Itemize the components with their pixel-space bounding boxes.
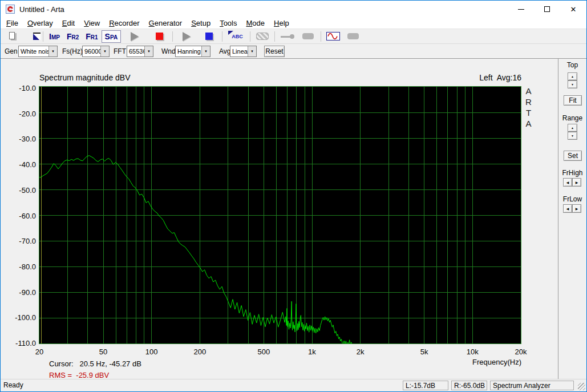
x-axis-tick-label: 20 [21,347,58,356]
field-label-fshz: Fs(Hz) [62,47,83,55]
abc-label-icon: ABC [229,34,243,39]
menu-item-setup[interactable]: Setup [187,18,215,29]
right-arrow-icon: ▶ [576,207,578,211]
mode-button-spa[interactable]: SPA [102,30,122,43]
x-axis-tick-label: 500 [245,347,282,356]
status-message: Ready [3,381,23,389]
fit-button[interactable]: Fit [564,95,582,106]
device-button [343,30,363,43]
x-axis-label: Frequency(Hz) [472,358,521,366]
combo-gen[interactable]: White noise▼ [18,46,58,57]
maximize-button[interactable] [534,1,560,18]
chart-title: Spectrum magnitude dBV [39,73,131,82]
y-axis-tick-label: -70.0 [1,237,36,245]
field-label-wnd: Wnd [161,47,176,55]
gray-pill-icon [347,33,359,39]
mode-button-imp[interactable]: IMP [46,30,63,43]
mode-button-fr2[interactable]: FR2 [63,30,82,43]
status-panel: Spectrum Analyzer [490,381,574,390]
menu-item-recorder[interactable]: Recorder [104,18,144,29]
frlow-left-button[interactable]: ◀ [563,204,572,213]
level-meter-button [298,30,318,43]
range-down-button[interactable]: ▼ [568,132,577,140]
range-up-button[interactable]: ▲ [568,124,577,132]
striped-disabled-icon [256,33,269,40]
mode-button-fr1[interactable]: FR1 [82,30,101,43]
x-axis-tick-label: 2k [342,347,379,356]
channel-average-info: Left Avg:16 [479,73,521,82]
frlow-right-button[interactable]: ▶ [572,204,581,213]
cursor-readout: Cursor: 20.5 Hz, -45.27 dB [49,359,141,368]
dropdown-arrow-icon[interactable]: ▼ [144,46,153,56]
top-up-button[interactable]: ▲ [568,72,577,80]
up-arrow-icon: ▲ [571,126,574,130]
frlow-label: FrLow [558,195,586,203]
x-axis-tick-label: 1k [294,347,330,356]
minimize-icon [518,9,524,10]
combo-fshz[interactable]: 96000▼ [82,46,110,57]
y-axis-tick-label: -50.0 [1,186,36,195]
menu-item-view[interactable]: View [79,18,104,29]
y-axis-tick-label: -60.0 [1,212,36,220]
overlay-button[interactable] [20,30,41,43]
record-icon [156,33,163,40]
minimize-button[interactable] [508,1,534,18]
y-axis-tick-label: -110.0 [1,339,36,347]
signal-generator-button[interactable] [323,30,343,43]
toolbar-separator [274,31,275,42]
resize-grip[interactable] [578,383,585,390]
x-axis-tick-label: 20k [503,347,539,356]
combo-avg[interactable]: Linear▼ [230,46,257,57]
menu-item-file[interactable]: File [2,18,23,29]
x-axis-tick-label: 200 [181,347,218,356]
plot-area[interactable] [39,86,521,344]
menu-item-edit[interactable]: Edit [58,18,79,29]
stop-icon [205,33,213,40]
plot-controls-sidebar: Top ▲ ▼ Fit Range ▲ ▼ Set FrHigh ◀ ▶ FrL… [558,59,586,379]
combo-fft[interactable]: 65536▼ [127,46,153,57]
window-title: Untitled - Arta [19,5,64,14]
set-button[interactable]: Set [564,151,582,161]
y-axis-tick-label: -30.0 [1,135,36,143]
down-arrow-icon: ▼ [571,134,574,138]
dropdown-arrow-icon[interactable]: ▼ [48,46,57,56]
x-axis-tick-label: 10k [454,347,491,356]
frhigh-right-button[interactable]: ▶ [572,178,581,187]
maximize-icon [544,6,550,12]
left-arrow-icon: ◀ [566,180,569,184]
menu-item-generator[interactable]: Generator [144,18,187,29]
new-document-button[interactable] [1,30,20,43]
toolbar-separator [172,31,173,42]
menu-item-help[interactable]: Help [269,18,294,29]
top-down-button[interactable]: ▼ [568,80,577,88]
combo-wnd[interactable]: Hanning▼ [175,46,210,57]
key-icon [281,34,294,39]
labels-button[interactable]: ABC [225,30,248,43]
play-button[interactable] [121,30,148,43]
play-loop-button[interactable] [175,30,198,43]
toolbar-separator [222,31,222,42]
menu-item-mode[interactable]: Mode [242,18,270,29]
frhigh-label: FrHigh [558,169,586,177]
dropdown-arrow-icon[interactable]: ▼ [201,46,210,56]
client-area: Spectrum magnitude dBV Left Avg:16 ARTA … [1,59,586,379]
x-axis-tick-label: 50 [85,347,122,356]
y-axis-tick-label: -80.0 [1,262,36,271]
stop-button[interactable] [198,30,220,43]
menu-item-tools[interactable]: Tools [215,18,241,29]
reset-button[interactable]: Reset [264,46,285,57]
menu-item-overlay[interactable]: Overlay [23,18,58,29]
close-button[interactable]: ✕ [560,1,586,18]
dropdown-arrow-icon[interactable]: ▼ [100,46,109,56]
play-icon [131,32,139,41]
combo-value: 96000 [83,46,100,56]
combo-value: 65536 [127,46,144,56]
record-button[interactable] [148,30,170,43]
toolbar-separator [43,31,43,42]
x-axis-tick-label: 100 [133,347,170,356]
arta-app-icon [6,5,15,14]
frhigh-left-button[interactable]: ◀ [563,178,572,187]
arta-watermark: ARTA [524,86,533,129]
dropdown-arrow-icon[interactable]: ▼ [248,46,256,56]
sine-wave-icon [326,32,340,41]
